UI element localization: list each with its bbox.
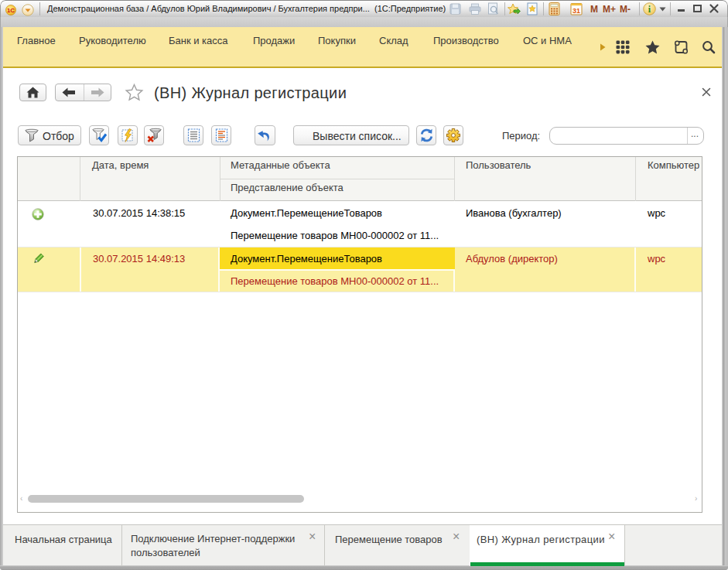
svg-text:31: 31 [572, 7, 580, 15]
svg-text:1C: 1C [7, 7, 15, 14]
